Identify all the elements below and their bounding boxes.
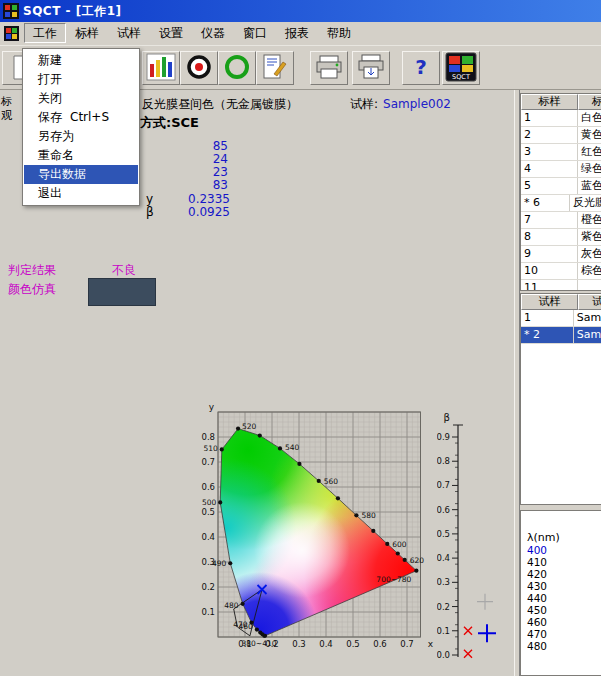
menubar-item-8[interactable]: 帮助 <box>318 23 360 43</box>
app-icon <box>3 3 19 19</box>
svg-text:540: 540 <box>285 443 300 452</box>
menu-items: 工作标样试样设置仪器窗口报表帮助 <box>24 25 360 42</box>
standards-header-name: 标样名 <box>578 94 601 110</box>
menubar-item-6[interactable]: 窗口 <box>234 23 276 43</box>
standard-row-4[interactable]: 4绿色 <box>521 161 601 178</box>
wavelength-440[interactable]: 440 <box>521 592 601 604</box>
judgment-row: 判定结果 不良 <box>8 262 228 279</box>
sample-row-1[interactable]: 1Sample001 <box>521 310 601 327</box>
standard-row-2[interactable]: 2黄色 <box>521 127 601 144</box>
judgment-label: 判定结果 <box>8 263 56 277</box>
sample-info: 试样:Sample002 <box>350 96 451 113</box>
color-values: 85242383 <box>140 140 230 192</box>
wavelength-470[interactable]: 470 <box>521 628 601 640</box>
standard-description: 反光膜昼间色（无金属镀膜） <box>142 96 298 113</box>
standards-rows: 1白色2黄色3红色4绿色5蓝色* 6反光膜昼间色7橙色8紫色9灰色10棕色11 <box>521 110 601 291</box>
standard-row-10[interactable]: 10棕色 <box>521 263 601 280</box>
svg-text:0.2: 0.2 <box>437 602 450 612</box>
file-menu-item-4[interactable]: 保存Ctrl+S <box>24 108 138 127</box>
svg-text:0.4: 0.4 <box>319 639 333 649</box>
svg-text:0.6: 0.6 <box>201 482 215 492</box>
menubar-item-2[interactable]: 标样 <box>66 23 108 43</box>
svg-text:0.0: 0.0 <box>437 650 450 660</box>
color-simulation-label: 颜色仿真 <box>8 281 56 298</box>
cie-chromaticity-chart: 520540560580600620700~780510500490480470… <box>188 400 436 662</box>
svg-text:0.7: 0.7 <box>201 457 215 467</box>
wavelength-480[interactable]: 480 <box>521 640 601 652</box>
svg-text:520: 520 <box>242 422 257 431</box>
svg-text:0.2: 0.2 <box>201 582 215 592</box>
standards-header-no: 标样 <box>521 94 578 110</box>
standard-row-1[interactable]: 1白色 <box>521 110 601 127</box>
file-menu-item-2[interactable]: 打开 <box>24 70 138 89</box>
menu-bar: 工作标样试样设置仪器窗口报表帮助 <box>0 22 601 46</box>
title-bar: SQCT - [工作1] <box>0 0 601 22</box>
svg-text:0.3: 0.3 <box>292 639 306 649</box>
standard-row-3[interactable]: 3红色 <box>521 144 601 161</box>
svg-text:x: x <box>428 639 434 649</box>
mdi-child-icon[interactable] <box>3 25 20 42</box>
file-menu-item-8[interactable]: 退出 <box>24 184 138 203</box>
standard-row-8[interactable]: 8紫色 <box>521 229 601 246</box>
svg-text:700~780: 700~780 <box>376 575 411 584</box>
toolbar-sqct-logo-button[interactable]: SQCT <box>442 51 480 85</box>
menubar-item-5[interactable]: 仪器 <box>192 23 234 43</box>
edge-label-standard: 标 <box>1 94 12 109</box>
toolbar-help-button[interactable]: ? <box>402 51 440 85</box>
svg-text:0.1: 0.1 <box>238 639 252 649</box>
svg-text:0.2: 0.2 <box>265 639 279 649</box>
menubar-item-3[interactable]: 试样 <box>108 23 150 43</box>
toolbar-report-button[interactable] <box>256 51 294 85</box>
beta-value-row: β 0.0925 <box>146 206 230 219</box>
toolbar-color-bars-button[interactable] <box>142 51 180 85</box>
svg-text:?: ? <box>415 55 427 79</box>
wavelength-420[interactable]: 420 <box>521 568 601 580</box>
file-menu-item-5[interactable]: 另存为 <box>24 127 138 146</box>
sample-row-2[interactable]: * 2Sample002 <box>521 327 601 344</box>
beta-axis: 0.00.10.20.30.40.50.60.70.80.9β <box>437 403 499 669</box>
svg-text:0.1: 0.1 <box>437 626 450 636</box>
sample-label: 试样: <box>350 97 378 111</box>
wavelength-header: λ(nm) <box>521 531 601 544</box>
toolbar-measure-sample-button[interactable] <box>218 51 256 85</box>
measure-sample-icon <box>221 52 253 85</box>
file-menu-item-6[interactable]: 重命名 <box>24 146 138 165</box>
application-window: SQCT - [工作1] 工作标样试样设置仪器窗口报表帮助 ?SQCT 标 观 … <box>0 0 601 676</box>
wavelength-460[interactable]: 460 <box>521 616 601 628</box>
standard-row-9[interactable]: 9灰色 <box>521 246 601 263</box>
print-icon <box>314 53 344 84</box>
svg-text:600: 600 <box>392 540 407 549</box>
svg-text:0.3: 0.3 <box>437 577 450 587</box>
wavelength-410[interactable]: 410 <box>521 556 601 568</box>
file-menu: 新建打开关闭保存Ctrl+S另存为重命名导出数据退出 <box>22 48 140 206</box>
standard-row-7[interactable]: 7橙色 <box>521 212 601 229</box>
menubar-item-4[interactable]: 设置 <box>150 23 192 43</box>
svg-text:SQCT: SQCT <box>452 73 470 81</box>
standard-row-6[interactable]: * 6反光膜昼间色 <box>521 195 601 212</box>
svg-text:0.6: 0.6 <box>437 505 450 515</box>
toolbar-print-preview-button[interactable] <box>352 51 390 85</box>
wavelength-430[interactable]: 430 <box>521 580 601 592</box>
standard-row-5[interactable]: 5蓝色 <box>521 178 601 195</box>
samples-header: 试样 试样名 <box>521 294 601 310</box>
file-menu-item-1[interactable]: 新建 <box>24 51 138 70</box>
wavelength-450[interactable]: 450 <box>521 604 601 616</box>
svg-text:510: 510 <box>203 444 218 453</box>
svg-text:560: 560 <box>324 477 339 486</box>
svg-text:580: 580 <box>361 511 376 520</box>
toolbar-measure-standard-button[interactable] <box>180 51 218 85</box>
file-menu-item-7[interactable]: 导出数据 <box>24 165 138 184</box>
standard-row-11[interactable]: 11 <box>521 280 601 291</box>
svg-text:0.4: 0.4 <box>437 553 450 563</box>
file-menu-item-3[interactable]: 关闭 <box>24 89 138 108</box>
report-icon <box>261 53 289 84</box>
wavelength-400[interactable]: 400 <box>521 544 601 556</box>
svg-text:480: 480 <box>224 601 239 610</box>
menubar-item-1[interactable]: 工作 <box>24 23 66 43</box>
toolbar-print-button[interactable] <box>310 51 348 85</box>
svg-text:0.9: 0.9 <box>437 432 450 442</box>
right-panel-column: 标样 标样名 1白色2黄色3红色4绿色5蓝色* 6反光膜昼间色7橙色8紫色9灰色… <box>520 90 601 676</box>
wavelength-rows: 400410420430440450460470480 <box>521 544 601 652</box>
menubar-item-7[interactable]: 报表 <box>276 23 318 43</box>
svg-text:0.3: 0.3 <box>201 557 215 567</box>
